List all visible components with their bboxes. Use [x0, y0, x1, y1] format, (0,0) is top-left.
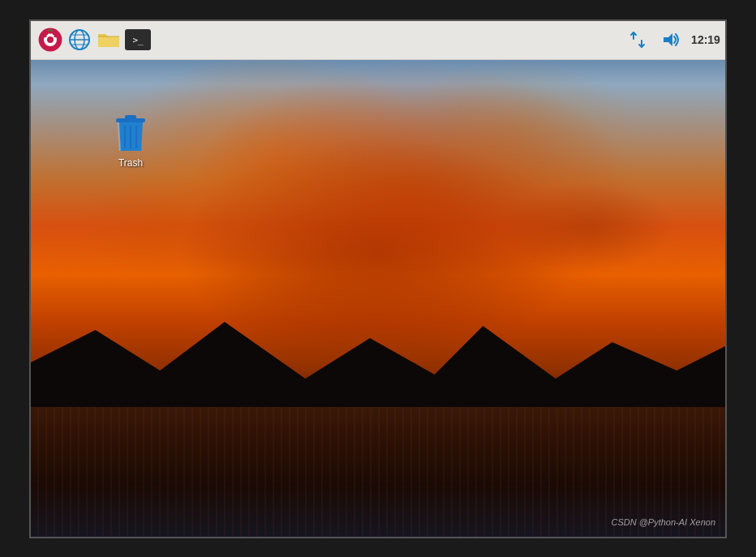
terminal-button[interactable]: >_	[125, 27, 151, 53]
svg-point-2	[47, 36, 54, 43]
terminal-text: >_	[132, 35, 143, 45]
terminal-icon: >_	[125, 29, 151, 50]
volume-icon	[662, 31, 681, 49]
sort-icon	[629, 31, 646, 49]
rpi-icon	[37, 27, 63, 53]
folder-icon	[97, 29, 121, 50]
svg-rect-16	[125, 115, 136, 119]
files-button[interactable]	[96, 27, 122, 53]
taskbar-left: >_	[37, 27, 625, 53]
svg-point-7	[54, 34, 57, 37]
trash-icon-desktop[interactable]: Trash	[108, 109, 153, 174]
sort-button[interactable]	[625, 27, 651, 53]
trash-label: Trash	[118, 157, 143, 169]
taskbar-right: 12:19	[625, 27, 719, 53]
trash-icon	[113, 114, 148, 154]
svg-point-6	[44, 34, 47, 37]
watermark: CSDN @Python-AI Xenon	[611, 517, 715, 527]
taskbar: >_	[31, 21, 725, 60]
watermark-text: CSDN @Python-AI Xenon	[611, 517, 715, 527]
globe-icon	[68, 28, 91, 51]
rpi-menu-button[interactable]	[37, 27, 63, 53]
time-label: 12:19	[691, 33, 720, 46]
clock-display[interactable]: 12:19	[693, 27, 719, 53]
svg-marker-14	[31, 322, 725, 411]
desktop-background: Trash CSDN @Python-AI Xenon	[31, 60, 725, 537]
volume-button[interactable]	[659, 27, 685, 53]
svg-marker-13	[664, 33, 672, 46]
desktop: Trash CSDN @Python-AI Xenon	[31, 60, 725, 537]
browser-button[interactable]	[67, 27, 92, 53]
mountains	[31, 314, 725, 411]
